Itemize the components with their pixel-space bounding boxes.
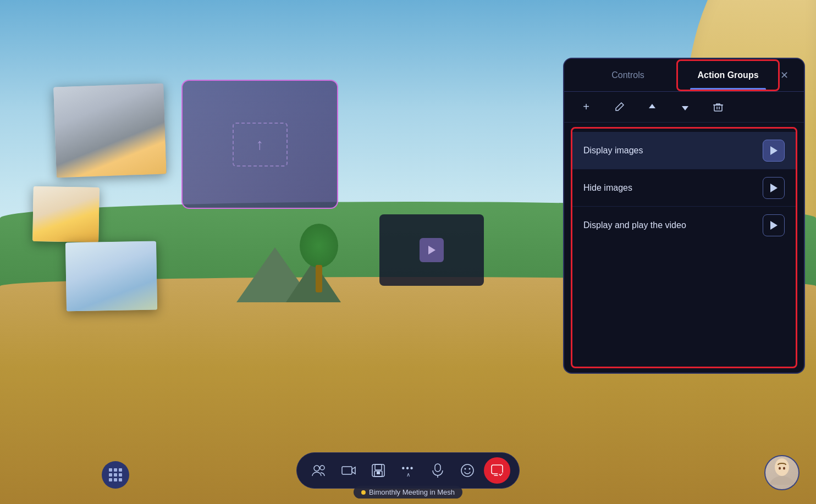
svg-rect-7 [377,472,380,474]
svg-rect-5 [375,464,382,470]
grid-app-button[interactable] [102,461,129,489]
action-play-button-display-images[interactable] [763,140,785,162]
svg-rect-8 [435,464,440,472]
tree [302,226,335,292]
action-play-button-display-play-video[interactable] [763,214,785,236]
photo-frame-1 [53,84,167,178]
svg-rect-0 [714,105,722,111]
camera-button[interactable] [335,457,362,484]
play-icon [770,184,778,192]
svg-point-16 [779,467,781,470]
mic-icon [431,463,444,478]
close-button[interactable]: ✕ [775,67,793,84]
share-button[interactable] [484,457,510,484]
save-icon [371,463,385,478]
action-item-hide-images[interactable]: Hide images [572,169,796,207]
svg-point-15 [775,458,789,476]
action-item-label: Hide images [583,183,763,193]
tab-controls[interactable]: Controls [575,62,681,89]
emoji-button[interactable] [454,457,481,484]
photo-frame-3 [65,241,157,312]
share-icon [490,463,504,478]
svg-rect-3 [342,467,352,474]
emoji-icon [460,463,475,478]
svg-point-17 [783,467,785,470]
floating-panel: ↑ [181,80,338,209]
video-panel[interactable] [379,214,484,286]
upload-arrow-icon: ↑ [256,136,264,153]
camera-icon [341,463,356,478]
people-icon [311,463,327,478]
action-play-button-hide-images[interactable] [763,177,785,199]
more-button[interactable]: ••• ∧ [395,457,421,484]
action-list: Display images Hide images Display and p… [571,127,797,368]
edit-icon [614,102,625,113]
play-icon [770,221,778,230]
meeting-label: Bimonthly Meeting in Mesh [354,486,462,499]
bottom-toolbar: ••• ∧ [296,452,520,489]
action-groups-tab-wrapper: Action Groups [681,62,775,89]
action-item-display-images[interactable]: Display images [572,132,796,169]
mic-button[interactable] [424,457,451,484]
grid-dots-icon [109,468,122,481]
delete-button[interactable] [709,98,727,116]
move-up-button[interactable] [643,98,661,116]
move-down-button[interactable] [676,98,694,116]
right-panel: Controls Action Groups ✕ + [563,58,805,374]
tab-bar: Controls Action Groups ✕ [564,59,804,92]
user-avatar[interactable] [764,455,800,490]
video-play-button[interactable] [420,238,444,262]
photo-frame-2 [32,186,100,242]
edit-button[interactable] [610,98,628,116]
action-item-display-play-video[interactable]: Display and play the video [572,207,796,244]
move-down-icon [680,102,691,113]
move-up-icon [647,102,658,113]
svg-point-12 [469,468,471,470]
svg-point-10 [461,464,473,477]
svg-point-11 [465,468,466,470]
meeting-label-text: Bimonthly Meeting in Mesh [369,488,455,496]
meeting-status-dot [361,490,366,495]
svg-point-2 [320,466,324,470]
action-toolbar: + [564,92,804,123]
action-item-label: Display images [583,146,763,156]
delete-icon [713,102,724,113]
people-button[interactable] [306,457,332,484]
play-icon [770,146,778,155]
avatar-image [768,455,796,490]
action-item-label: Display and play the video [583,220,763,230]
save-button[interactable] [365,457,392,484]
panel-upload-area: ↑ [233,123,288,167]
play-icon [428,246,435,254]
add-button[interactable]: + [577,98,595,116]
svg-point-1 [314,466,319,471]
tab-action-groups[interactable]: Action Groups [681,62,775,89]
svg-point-14 [498,472,503,477]
